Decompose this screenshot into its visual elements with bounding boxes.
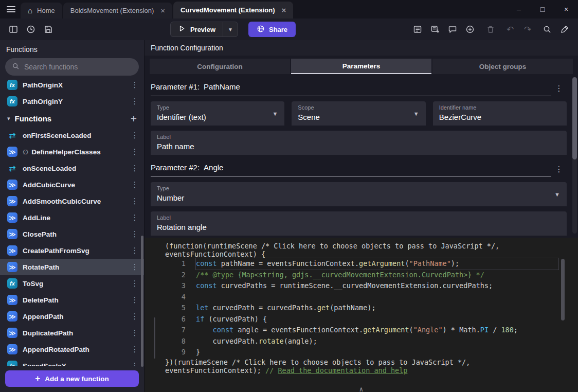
field-value: Scene bbox=[298, 113, 419, 121]
code-line: 1const pathName = eventsFunctionContext.… bbox=[144, 258, 578, 270]
theme-brush-icon[interactable] bbox=[557, 22, 572, 37]
tab-configuration[interactable]: Configuration bbox=[150, 59, 290, 74]
menu-icon[interactable] bbox=[0, 0, 21, 19]
chevron-up-icon[interactable]: ∧ bbox=[359, 385, 364, 392]
kebab-menu-icon[interactable]: ⋮ bbox=[130, 246, 140, 255]
code-editor[interactable]: (function(runtimeScene /* Click here to … bbox=[144, 238, 578, 392]
kebab-menu-icon[interactable]: ⋮ bbox=[130, 279, 140, 288]
field-label[interactable]: LabelRotation angle bbox=[151, 211, 567, 236]
code-line: 5let curvedPath = curvedPaths.get(pathNa… bbox=[144, 302, 578, 314]
preview-button[interactable]: Preview ▼ bbox=[170, 22, 238, 37]
field-scope[interactable]: ScopeScene▼ bbox=[292, 101, 425, 126]
kebab-menu-icon[interactable]: ⋮ bbox=[130, 312, 140, 321]
action-function-icon: ≫ bbox=[7, 196, 17, 206]
field-identifier-name[interactable]: Identifier nameBezierCurve bbox=[433, 101, 567, 126]
function-list: fxPathOriginX⋮fxPathOriginY⋮▾Functions+⇄… bbox=[0, 77, 144, 366]
project-panels-icon[interactable] bbox=[6, 22, 21, 37]
add-function-button[interactable]: + Add a new function bbox=[5, 370, 139, 387]
sidebar-item-createpathfromsvg[interactable]: ≫CreatePathFromSvg⋮ bbox=[0, 242, 144, 259]
sidebar-item-speedscaley[interactable]: fxSpeedScaleY⋮ bbox=[0, 358, 144, 366]
sidebar-item-addcubiccurve[interactable]: ≫AddCubicCurve⋮ bbox=[0, 176, 144, 193]
sidebar-item-closepath[interactable]: ≫ClosePath⋮ bbox=[0, 226, 144, 242]
search-input[interactable] bbox=[24, 63, 132, 71]
sidebar-item-definehelperclasses[interactable]: ≫∅DefineHelperClasses⋮ bbox=[0, 144, 144, 160]
trash-icon[interactable] bbox=[483, 22, 498, 37]
code-token: ); bbox=[309, 337, 317, 345]
add-circle-icon[interactable] bbox=[463, 22, 477, 37]
sidebar-item-onfirstsceneloaded[interactable]: ⇄onFirstSceneLoaded⋮ bbox=[0, 127, 144, 144]
collapse-triangle-icon[interactable]: ▾ bbox=[7, 115, 10, 122]
kebab-menu-icon[interactable]: ⋮ bbox=[130, 345, 140, 354]
sidebar-item-addsmoothcubiccurve[interactable]: ≫AddSmoothCubicCurve⋮ bbox=[0, 193, 144, 209]
redo-icon[interactable]: ↷ bbox=[520, 22, 535, 37]
documentation-link[interactable]: Read the documentation and help bbox=[278, 366, 407, 375]
kebab-menu-icon[interactable]: ⋮ bbox=[130, 131, 140, 140]
tab-close-icon[interactable]: × bbox=[282, 6, 286, 14]
kebab-menu-icon[interactable]: ⋮ bbox=[130, 262, 140, 272]
share-button[interactable]: Share bbox=[248, 22, 296, 37]
code-token: "PathName" bbox=[409, 259, 451, 268]
window-close-button[interactable]: × bbox=[554, 0, 578, 19]
kebab-menu-icon[interactable]: ⋮ bbox=[130, 295, 140, 305]
parameter-name-input[interactable]: PathName bbox=[204, 82, 240, 91]
sidebar-item-pathoriginx[interactable]: fxPathOriginX⋮ bbox=[0, 77, 144, 93]
sidebar-item-deletepath[interactable]: ≫DeletePath⋮ bbox=[0, 292, 144, 308]
function-section-header[interactable]: ▾Functions+ bbox=[0, 110, 144, 127]
kebab-menu-icon[interactable]: ⋮ bbox=[551, 84, 567, 96]
sidebar-item-rotatepath[interactable]: ≫RotatePath⋮ bbox=[0, 259, 144, 275]
titlebar-tab-home[interactable]: ⌂Home bbox=[21, 3, 62, 19]
sidebar-item-appendpath[interactable]: ≫AppendPath⋮ bbox=[0, 308, 144, 325]
parameter-name-input[interactable]: Angle bbox=[204, 163, 223, 172]
code-line: 9} bbox=[144, 347, 578, 358]
sidebar-item-addline[interactable]: ≫AddLine⋮ bbox=[0, 209, 144, 226]
search-icon[interactable] bbox=[540, 22, 554, 37]
field-label: Label bbox=[157, 215, 561, 221]
window-minimize-button[interactable]: – bbox=[507, 0, 531, 19]
sidebar-item-appendrotatedpath[interactable]: ≫AppendRotatedPath⋮ bbox=[0, 341, 144, 358]
function-name: DuplicatedPath bbox=[23, 329, 73, 337]
kebab-menu-icon[interactable]: ⋮ bbox=[551, 165, 567, 177]
titlebar-tab-curvedmovement-extension-[interactable]: CurvedMovement (Extension)× bbox=[173, 2, 293, 19]
sidebar-item-duplicatedpath[interactable]: ≫DuplicatedPath⋮ bbox=[0, 325, 144, 341]
titlebar-tab-boidsmovement-extension-[interactable]: BoidsMovement (Extension)× bbox=[63, 3, 172, 19]
kebab-menu-icon[interactable]: ⋮ bbox=[130, 180, 140, 189]
history-icon[interactable] bbox=[24, 22, 38, 37]
kebab-menu-icon[interactable]: ⋮ bbox=[130, 213, 140, 222]
code-token: ( bbox=[204, 315, 212, 323]
tab-close-icon[interactable]: × bbox=[160, 6, 165, 15]
parameters-scrollbar[interactable] bbox=[572, 77, 577, 234]
undo-icon[interactable]: ↶ bbox=[503, 22, 517, 37]
field-type[interactable]: TypeIdentifier (text)▼ bbox=[151, 101, 284, 126]
kebab-menu-icon[interactable]: ⋮ bbox=[130, 80, 140, 90]
code-token bbox=[217, 259, 221, 268]
search-box[interactable] bbox=[5, 58, 139, 76]
save-icon[interactable] bbox=[41, 22, 56, 37]
kebab-menu-icon[interactable]: ⋮ bbox=[130, 328, 140, 337]
sidebar-item-onsceneloaded[interactable]: ⇄onSceneLoaded⋮ bbox=[0, 160, 144, 176]
code-token: ( bbox=[284, 337, 288, 345]
field-label: Label bbox=[157, 134, 561, 140]
kebab-menu-icon[interactable]: ⋮ bbox=[130, 164, 140, 173]
code-scrollbar[interactable] bbox=[561, 259, 565, 320]
scrollbar-thumb[interactable] bbox=[572, 77, 577, 159]
code-token: eventsFunctionContext bbox=[267, 259, 355, 268]
events-list-icon[interactable] bbox=[410, 22, 425, 37]
kebab-menu-icon[interactable]: ⋮ bbox=[130, 97, 140, 106]
sidebar-item-pathoriginy[interactable]: fxPathOriginY⋮ bbox=[0, 93, 144, 110]
line-number: 5 bbox=[144, 302, 196, 314]
field-label[interactable]: LabelPath name bbox=[151, 131, 567, 155]
add-function-plus-icon[interactable]: + bbox=[131, 113, 137, 124]
tab-object-groups[interactable]: Object groups bbox=[432, 59, 573, 74]
kebab-menu-icon[interactable]: ⋮ bbox=[130, 147, 140, 156]
window-maximize-button[interactable]: □ bbox=[531, 0, 554, 19]
tab-parameters[interactable]: Parameters bbox=[291, 59, 431, 74]
kebab-menu-icon[interactable]: ⋮ bbox=[130, 197, 140, 206]
kebab-menu-icon[interactable]: ⋮ bbox=[130, 229, 140, 239]
sidebar-scrollbar[interactable] bbox=[141, 236, 143, 367]
kebab-menu-icon[interactable]: ⋮ bbox=[130, 361, 140, 366]
sidebar-item-tosvg[interactable]: fxToSvg⋮ bbox=[0, 275, 144, 292]
preview-dropdown-arrow-icon[interactable]: ▼ bbox=[223, 22, 238, 37]
comment-icon[interactable] bbox=[445, 22, 460, 37]
field-type[interactable]: TypeNumber▼ bbox=[151, 182, 567, 206]
events-list-export-icon[interactable] bbox=[428, 22, 442, 37]
